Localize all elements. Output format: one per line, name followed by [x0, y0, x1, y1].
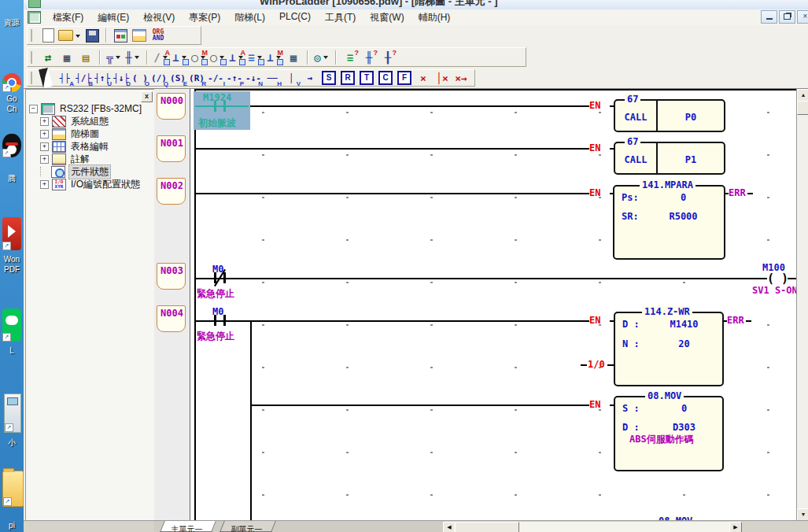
menu-item-4[interactable]: 階梯(L) [227, 9, 272, 26]
project-window-icon[interactable] [112, 27, 129, 44]
table-edit-icon[interactable]: ▦ [285, 49, 302, 66]
desktop-label-line-app[interactable]: L [0, 346, 24, 355]
minimize-button[interactable] [761, 10, 777, 24]
desktop-icon-folder[interactable]: ↗ [2, 471, 24, 507]
desktop-label-wondershare-pdf[interactable]: Won [0, 255, 24, 264]
tree-item-1[interactable]: +階梯圖 [28, 127, 155, 140]
function-box-icon[interactable]: F [396, 69, 413, 87]
contact-no-icon[interactable]: ┤├A [56, 69, 73, 87]
vscroll-thumb[interactable] [797, 101, 808, 115]
element-m-icon[interactable]: ⊥M [266, 49, 283, 66]
coil-tool-icon[interactable]: ◯ [209, 49, 227, 66]
ladder-canvas[interactable]: M1924 初始脈波 EN 67 CALL P0 EN [190, 89, 796, 521]
menu-item-1[interactable]: 編輯(E) [90, 9, 136, 26]
delete-icon[interactable]: × [415, 69, 432, 87]
expand-icon[interactable]: + [40, 142, 49, 151]
scroll-right-icon[interactable]: ▶ [729, 522, 742, 532]
desktop-icon-chrome[interactable]: ↗ [2, 73, 21, 92]
zoom-monitor-icon[interactable]: ◎ [313, 49, 330, 66]
mov-block[interactable]: 08.MOV S : 0 D : D303 ABS伺服動作碼 [614, 396, 724, 471]
zwr-block[interactable]: 114.Z-WR D : M1410 N : 20 [614, 312, 724, 386]
tree-item-2[interactable]: +表格編輯 [28, 140, 155, 153]
mpara-block[interactable]: 141.MPARA Ps: 0 SR: R5000 [613, 185, 725, 260]
network-label[interactable]: N004 [157, 305, 186, 332]
desktop-label-chrome[interactable]: Go [0, 94, 24, 103]
restore-button[interactable] [779, 10, 795, 24]
invert-icon[interactable]: -/-I [207, 69, 224, 87]
desktop-icon-qq[interactable]: ↗ [2, 134, 21, 157]
coil-set-icon[interactable]: (S)E [169, 69, 186, 87]
element-a-icon[interactable]: ⊥A [228, 49, 245, 66]
horizontal-scrollbar[interactable] [454, 522, 729, 532]
reference-book-icon[interactable]: ▤ [77, 49, 94, 66]
contact-rising-icon[interactable]: ┤↑├U [94, 69, 111, 87]
hscroll-thumb[interactable] [455, 522, 519, 532]
dropdown-caret-icon[interactable] [116, 56, 120, 61]
new-file-icon[interactable] [39, 27, 57, 44]
timer-box-icon[interactable]: T [358, 69, 375, 87]
close-button[interactable]: × [797, 10, 808, 24]
menu-item-0[interactable]: 檔案(F) [46, 9, 90, 26]
desktop-label-folder[interactable]: pi [0, 521, 24, 530]
arrow-icon[interactable]: → [301, 69, 319, 87]
tree-item-5[interactable]: +I/O編號配置狀態 [28, 178, 155, 190]
org-and-icon[interactable]: ORGAND [149, 27, 167, 44]
ic-element-icon[interactable]: ▦ [58, 49, 76, 66]
contact-nc-icon[interactable]: ┤/├B [75, 69, 92, 87]
menu-item-8[interactable]: 輔助(H) [411, 9, 458, 26]
edit-element-icon[interactable]: ∕A [153, 49, 170, 66]
scroll-up-icon[interactable]: ▲ [797, 89, 808, 102]
expand-icon[interactable]: + [40, 130, 49, 139]
expand-icon[interactable]: + [40, 117, 49, 126]
delete-row-icon[interactable]: ×→ [452, 69, 470, 87]
call-block-p1[interactable]: 67 CALL P1 [614, 142, 725, 175]
menu-item-5[interactable]: PLC(C) [272, 9, 318, 26]
counter-box-icon[interactable]: C [377, 69, 394, 87]
reset-box-icon[interactable]: R [339, 69, 356, 87]
select-cursor-icon[interactable] [37, 69, 54, 87]
replace-element-icon[interactable]: ⇄ [39, 49, 57, 66]
set-box-icon[interactable]: S [320, 69, 338, 87]
expand-icon[interactable]: + [40, 155, 49, 164]
vertical-scrollbar[interactable]: ▲ ▼ [796, 89, 808, 521]
falling-edge-icon[interactable]: -↓-N [245, 69, 262, 87]
network-label[interactable]: N003 [157, 263, 186, 290]
vertical-line-icon[interactable]: │V [282, 69, 300, 87]
tab-unit-0[interactable]: 主單元一 [160, 521, 216, 532]
tree-root-rs232[interactable]: −RS232 [FBs-32MC] [28, 102, 155, 115]
scroll-down-icon[interactable]: ▼ [797, 508, 808, 521]
element-query-icon[interactable]: ╂? [379, 49, 397, 66]
menu-item-7[interactable]: 視窗(W) [363, 9, 411, 26]
tree-item-4[interactable]: 元件狀態 [28, 165, 155, 178]
tree-item-0[interactable]: +系統組態 [28, 115, 155, 127]
project-tree-icon[interactable]: ╦ [105, 49, 123, 66]
panel-close-icon[interactable]: x [141, 91, 153, 102]
tab-unit-1[interactable]: 副單元一 [220, 521, 276, 532]
menu-item-3[interactable]: 專案(P) [182, 9, 227, 26]
desktop-label-wondershare-pdf[interactable]: PDF [0, 265, 24, 274]
rising-edge-icon[interactable]: -↑-P [226, 69, 243, 87]
menu-item-2[interactable]: 檢視(V) [136, 9, 182, 26]
dropdown-caret-icon[interactable] [76, 35, 80, 40]
network-label[interactable]: N001 [157, 135, 186, 162]
desktop-label-recycle-bin[interactable]: 資源 [0, 17, 24, 28]
desktop-label-chrome[interactable]: Ch [0, 105, 24, 113]
ladder-query-icon[interactable]: ╫? [360, 49, 378, 66]
dropdown-caret-icon[interactable] [323, 56, 328, 61]
desktop-label-qq[interactable]: 腾 [0, 173, 24, 184]
desktop-icon-line-app[interactable]: ↗ [2, 308, 21, 342]
ladder-window-icon[interactable] [131, 27, 148, 44]
network-label[interactable]: N002 [157, 178, 186, 205]
network-label[interactable]: N000 [157, 93, 186, 120]
status-query-icon[interactable]: ≡? [341, 49, 359, 66]
comment-list-icon[interactable]: ≡ [247, 49, 264, 66]
coil-m-icon[interactable]: ◯M [190, 49, 208, 66]
coil-inverted-icon[interactable]: (/)Q [150, 69, 168, 87]
save-file-icon[interactable] [83, 27, 101, 44]
collapse-icon[interactable]: − [29, 105, 38, 113]
open-file-icon[interactable] [58, 27, 82, 44]
delete-vertical-icon[interactable]: │× [434, 69, 451, 87]
desktop-icon-wondershare-pdf[interactable]: ↗ [2, 217, 21, 250]
desktop-icon-calculator[interactable]: ↗ [4, 393, 21, 433]
coil-reset-icon[interactable]: (R)R [188, 69, 205, 87]
